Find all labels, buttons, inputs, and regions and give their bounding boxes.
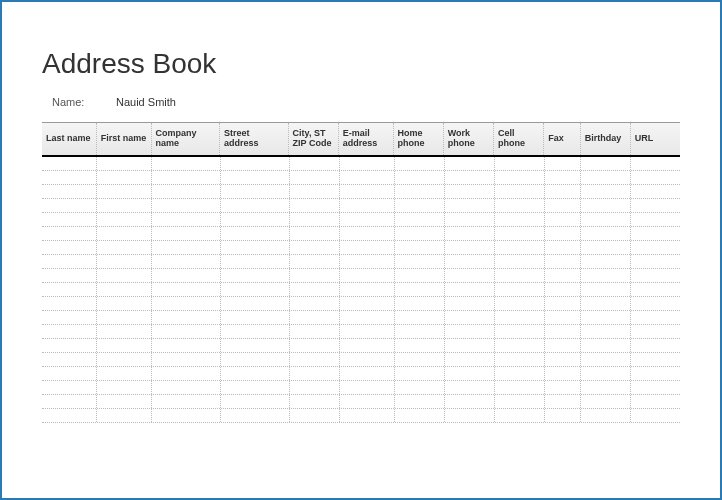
table-cell[interactable] <box>445 227 495 240</box>
table-cell[interactable] <box>221 157 290 170</box>
table-cell[interactable] <box>495 409 545 422</box>
table-cell[interactable] <box>340 325 395 338</box>
table-cell[interactable] <box>631 297 680 310</box>
table-cell[interactable] <box>42 381 97 394</box>
table-cell[interactable] <box>97 157 152 170</box>
table-row[interactable] <box>42 297 680 311</box>
table-cell[interactable] <box>340 381 395 394</box>
table-cell[interactable] <box>631 269 680 282</box>
table-cell[interactable] <box>42 157 97 170</box>
table-cell[interactable] <box>545 185 581 198</box>
table-cell[interactable] <box>395 213 445 226</box>
table-cell[interactable] <box>152 199 221 212</box>
table-cell[interactable] <box>340 269 395 282</box>
table-cell[interactable] <box>221 353 290 366</box>
table-cell[interactable] <box>631 353 680 366</box>
table-cell[interactable] <box>290 199 340 212</box>
table-cell[interactable] <box>97 381 152 394</box>
table-cell[interactable] <box>42 367 97 380</box>
table-cell[interactable] <box>152 395 221 408</box>
table-cell[interactable] <box>152 353 221 366</box>
table-cell[interactable] <box>340 227 395 240</box>
table-cell[interactable] <box>152 269 221 282</box>
table-cell[interactable] <box>97 339 152 352</box>
table-row[interactable] <box>42 339 680 353</box>
table-cell[interactable] <box>152 171 221 184</box>
table-cell[interactable] <box>495 255 545 268</box>
table-cell[interactable] <box>290 297 340 310</box>
table-cell[interactable] <box>581 269 631 282</box>
table-cell[interactable] <box>581 325 631 338</box>
table-cell[interactable] <box>545 409 581 422</box>
table-cell[interactable] <box>395 325 445 338</box>
table-cell[interactable] <box>581 353 631 366</box>
table-row[interactable] <box>42 269 680 283</box>
table-cell[interactable] <box>97 255 152 268</box>
table-cell[interactable] <box>340 199 395 212</box>
table-cell[interactable] <box>152 241 221 254</box>
table-cell[interactable] <box>581 339 631 352</box>
table-cell[interactable] <box>395 381 445 394</box>
table-cell[interactable] <box>290 269 340 282</box>
table-cell[interactable] <box>221 241 290 254</box>
table-cell[interactable] <box>290 339 340 352</box>
table-cell[interactable] <box>97 269 152 282</box>
table-cell[interactable] <box>42 185 97 198</box>
table-cell[interactable] <box>97 353 152 366</box>
table-cell[interactable] <box>631 199 680 212</box>
table-cell[interactable] <box>581 395 631 408</box>
table-cell[interactable] <box>581 227 631 240</box>
table-cell[interactable] <box>445 311 495 324</box>
table-cell[interactable] <box>581 297 631 310</box>
table-cell[interactable] <box>97 185 152 198</box>
table-cell[interactable] <box>545 241 581 254</box>
table-cell[interactable] <box>631 213 680 226</box>
table-cell[interactable] <box>495 283 545 296</box>
table-cell[interactable] <box>581 185 631 198</box>
table-cell[interactable] <box>581 199 631 212</box>
table-cell[interactable] <box>395 367 445 380</box>
table-cell[interactable] <box>495 339 545 352</box>
table-cell[interactable] <box>290 157 340 170</box>
table-cell[interactable] <box>445 283 495 296</box>
table-row[interactable] <box>42 157 680 171</box>
table-row[interactable] <box>42 171 680 185</box>
table-row[interactable] <box>42 395 680 409</box>
table-cell[interactable] <box>152 227 221 240</box>
table-cell[interactable] <box>445 381 495 394</box>
table-cell[interactable] <box>495 367 545 380</box>
table-row[interactable] <box>42 283 680 297</box>
table-cell[interactable] <box>581 381 631 394</box>
table-cell[interactable] <box>581 213 631 226</box>
table-cell[interactable] <box>221 297 290 310</box>
table-cell[interactable] <box>631 241 680 254</box>
table-cell[interactable] <box>581 311 631 324</box>
table-cell[interactable] <box>545 311 581 324</box>
table-cell[interactable] <box>97 241 152 254</box>
table-cell[interactable] <box>445 171 495 184</box>
table-cell[interactable] <box>152 283 221 296</box>
table-cell[interactable] <box>42 339 97 352</box>
table-cell[interactable] <box>97 199 152 212</box>
table-cell[interactable] <box>395 227 445 240</box>
table-cell[interactable] <box>152 255 221 268</box>
table-cell[interactable] <box>631 339 680 352</box>
table-cell[interactable] <box>42 199 97 212</box>
owner-value[interactable]: Nauid Smith <box>116 96 176 108</box>
table-cell[interactable] <box>152 213 221 226</box>
table-cell[interactable] <box>290 381 340 394</box>
table-cell[interactable] <box>340 311 395 324</box>
table-cell[interactable] <box>445 409 495 422</box>
table-cell[interactable] <box>221 325 290 338</box>
table-row[interactable] <box>42 311 680 325</box>
table-cell[interactable] <box>42 297 97 310</box>
table-cell[interactable] <box>445 213 495 226</box>
table-cell[interactable] <box>152 297 221 310</box>
table-row[interactable] <box>42 325 680 339</box>
table-cell[interactable] <box>631 171 680 184</box>
table-cell[interactable] <box>152 409 221 422</box>
table-cell[interactable] <box>290 213 340 226</box>
table-cell[interactable] <box>221 367 290 380</box>
table-cell[interactable] <box>340 297 395 310</box>
table-cell[interactable] <box>495 381 545 394</box>
